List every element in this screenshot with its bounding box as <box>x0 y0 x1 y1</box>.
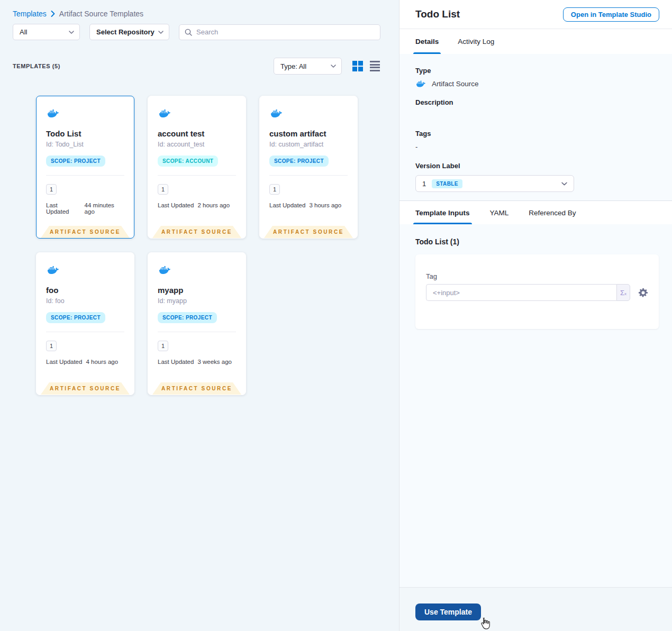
tab-yaml[interactable]: YAML <box>490 201 509 224</box>
card-divider <box>158 175 236 176</box>
card-last-updated: Last Updated 3 weeks ago <box>158 359 236 365</box>
list-view-icon[interactable] <box>370 61 380 71</box>
details-content: Type Artifact Source Description Tags - … <box>399 54 672 200</box>
card-title: foo <box>46 286 124 295</box>
inputs-tab-bar: Template Inputs YAML Referenced By <box>399 201 672 224</box>
search-icon <box>185 29 192 36</box>
breadcrumb-chevron-icon <box>51 11 55 17</box>
repository-filter-value: Select Repository <box>96 28 155 36</box>
version-count-chip: 1 <box>158 341 168 351</box>
version-dropdown[interactable]: 1 STABLE <box>415 175 574 192</box>
open-in-template-studio-button[interactable]: Open in Template Studio <box>563 7 659 22</box>
last-updated-label: Last Updated <box>158 202 194 208</box>
version-count-chip: 1 <box>269 184 280 195</box>
template-card-todo-list[interactable]: Todo List Id: Todo_List SCOPE: PROJECT 1… <box>36 96 134 239</box>
template-details-panel: Todo List Open in Template Studio Detail… <box>399 0 672 631</box>
docker-icon <box>46 108 60 119</box>
template-list-panel: Templates Artifact Source Templates All … <box>0 0 399 631</box>
card-divider <box>46 175 124 176</box>
artifact-source-badge: ARTIFACT SOURCE <box>264 226 353 238</box>
type-filter-dropdown[interactable]: Type: All <box>274 58 342 75</box>
last-updated-value: 4 hours ago <box>86 359 118 365</box>
docker-icon <box>158 108 172 119</box>
card-id: Id: Todo_List <box>46 141 124 148</box>
details-header: Todo List Open in Template Studio <box>399 0 672 29</box>
tag-field-label: Tag <box>426 272 648 280</box>
expression-toggle-button[interactable]: Σx <box>616 284 630 301</box>
card-title: custom artifact <box>269 129 348 138</box>
card-last-updated: Last Updated 4 hours ago <box>46 359 124 365</box>
card-divider <box>158 332 236 332</box>
version-value: 1 <box>422 180 426 188</box>
last-updated-value: 3 weeks ago <box>197 359 232 365</box>
card-last-updated: Last Updated 44 minutes ago <box>46 202 124 215</box>
template-inputs-content: Todo List (1) Tag Σx <box>399 224 672 587</box>
scope-badge: SCOPE: ACCOUNT <box>158 156 218 167</box>
card-title: account test <box>158 129 236 138</box>
scope-filter-value: All <box>20 28 27 36</box>
card-id: Id: foo <box>46 297 124 305</box>
template-card-account-test[interactable]: account test Id: account_test SCOPE: ACC… <box>148 96 246 239</box>
type-filter-value: Type: All <box>280 62 306 70</box>
type-value: Artifact Source <box>432 80 479 88</box>
version-count-chip: 1 <box>46 184 57 195</box>
card-last-updated: Last Updated 3 hours ago <box>269 202 348 208</box>
last-updated-label: Last Updated <box>46 359 82 365</box>
details-title: Todo List <box>415 8 460 20</box>
template-card-myapp[interactable]: myapp Id: myapp SCOPE: PROJECT 1 Last Up… <box>148 252 246 395</box>
scope-badge: SCOPE: PROJECT <box>46 312 105 323</box>
tag-settings-button[interactable] <box>638 288 648 298</box>
docker-icon <box>46 264 60 276</box>
scope-badge: SCOPE: PROJECT <box>46 156 105 167</box>
use-template-button[interactable]: Use Template <box>415 603 481 620</box>
version-count-chip: 1 <box>46 341 57 351</box>
card-id: Id: account_test <box>158 141 236 148</box>
last-updated-label: Last Updated <box>269 202 305 208</box>
chevron-down-icon <box>69 31 74 34</box>
app-window: Templates Artifact Source Templates All … <box>0 0 672 631</box>
card-id: Id: custom_artifact <box>269 141 348 148</box>
chevron-down-icon <box>331 65 336 68</box>
details-footer: Use Template <box>399 587 672 631</box>
scope-filter-dropdown[interactable]: All <box>13 24 80 40</box>
last-updated-value: 3 hours ago <box>309 202 341 208</box>
tags-value: - <box>415 143 656 151</box>
last-updated-label: Last Updated <box>158 359 194 365</box>
list-header-row: TEMPLATES (5) Type: All <box>0 58 399 75</box>
artifact-source-badge: ARTIFACT SOURCE <box>41 226 130 238</box>
repository-filter-dropdown[interactable]: Select Repository <box>89 24 169 40</box>
docker-icon <box>415 79 426 88</box>
breadcrumb-templates-link[interactable]: Templates <box>13 10 47 18</box>
tab-activity-log[interactable]: Activity Log <box>458 29 494 54</box>
template-card-foo[interactable]: foo Id: foo SCOPE: PROJECT 1 Last Update… <box>36 252 134 395</box>
artifact-source-badge: ARTIFACT SOURCE <box>41 382 130 395</box>
card-id: Id: myapp <box>158 297 236 305</box>
tab-template-inputs[interactable]: Template Inputs <box>415 201 470 224</box>
breadcrumb: Templates Artifact Source Templates <box>0 0 399 18</box>
card-title: myapp <box>158 286 236 295</box>
docker-icon <box>269 108 284 119</box>
last-updated-value: 2 hours ago <box>197 202 230 208</box>
breadcrumb-current: Artifact Source Templates <box>59 10 143 18</box>
chevron-down-icon <box>561 182 567 186</box>
template-card-custom-artifact[interactable]: custom artifact Id: custom_artifact SCOP… <box>259 96 358 239</box>
card-divider <box>269 175 348 176</box>
description-label: Description <box>415 98 656 106</box>
scope-badge: SCOPE: PROJECT <box>158 312 217 323</box>
tab-referenced-by[interactable]: Referenced By <box>529 201 576 224</box>
last-updated-value: 44 minutes ago <box>85 202 124 215</box>
scope-badge: SCOPE: PROJECT <box>269 156 329 167</box>
version-count-chip: 1 <box>158 184 168 195</box>
inputs-section-title: Todo List (1) <box>415 237 659 246</box>
search-input[interactable] <box>196 28 375 36</box>
stable-badge: STABLE <box>432 179 462 188</box>
templates-count-label: TEMPLATES (5) <box>13 63 60 69</box>
sigma-icon: Σ <box>620 289 624 297</box>
gear-icon <box>638 288 648 298</box>
card-divider <box>46 332 124 332</box>
tab-details[interactable]: Details <box>415 29 439 54</box>
last-updated-label: Last Updated <box>46 202 81 215</box>
grid-view-icon[interactable] <box>352 61 363 71</box>
sigma-sub: x <box>624 291 626 296</box>
tag-input[interactable] <box>426 284 616 301</box>
